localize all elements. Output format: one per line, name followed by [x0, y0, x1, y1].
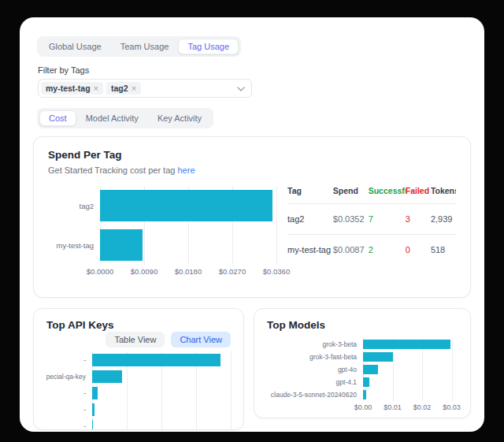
- chart-category-label: grok-3-beta: [267, 338, 363, 351]
- spend-per-tag-subtitle: Get Started Tracking cost per tag here: [48, 165, 456, 175]
- chart-bar: [100, 190, 272, 221]
- table-header-cell: Tag: [287, 186, 333, 195]
- close-icon[interactable]: ×: [132, 84, 136, 93]
- tab-key-activity[interactable]: Key Activity: [148, 110, 211, 126]
- chart-bar: [363, 365, 378, 374]
- chart-body: tag2my-test-tag: [48, 186, 276, 265]
- chart-category-labels: grok-3-betagrok-3-fast-betagpt-4ogpt-4.1…: [267, 338, 363, 401]
- chart-category-label: my-test-tag: [48, 225, 100, 265]
- chart-bar: [363, 352, 393, 362]
- tag-chip-label: my-test-tag: [46, 84, 91, 93]
- table-cell: 3: [406, 214, 431, 224]
- table-row: my-test-tag$0.008720518: [287, 234, 456, 265]
- chart-bar: [92, 387, 98, 399]
- here-link[interactable]: here: [177, 165, 195, 175]
- table-header-cell: Spend: [333, 186, 369, 195]
- spend-table: TagSpendSuccessfulFailedTokenstag2$0.035…: [287, 184, 456, 277]
- chevron-down-icon[interactable]: [237, 87, 245, 91]
- x-axis: $0.0000$0.0090$0.0180$0.0270$0.0360: [100, 266, 276, 277]
- top-models-chart: grok-3-betagrok-3-fast-betagpt-4ogpt-4.1…: [267, 338, 458, 413]
- chart-bar-row: [92, 368, 231, 384]
- gridline: [276, 186, 277, 265]
- table-row: tag2$0.0352732,939: [287, 203, 456, 234]
- usage-tabbar: Global Usage Team Usage Tag Usage: [37, 36, 241, 57]
- chart-body: grok-3-betagrok-3-fast-betagpt-4ogpt-4.1…: [267, 338, 458, 401]
- chart-plot-area: [363, 338, 458, 401]
- chart-bar-row: [100, 225, 276, 265]
- x-tick-label: $0.0000: [87, 267, 113, 276]
- x-tick-label: $0.0270: [219, 267, 246, 276]
- chart-category-label: -: [46, 351, 92, 368]
- chart-bar: [92, 370, 122, 383]
- x-tick-label: $0.00: [354, 403, 372, 411]
- table-view-button[interactable]: Table View: [106, 332, 165, 347]
- chart-category-label: -: [46, 384, 92, 401]
- page-background: Global Usage Team Usage Tag Usage Filter…: [0, 0, 504, 442]
- x-tick-label: $0.02: [413, 403, 432, 411]
- subtitle-text: Get Started Tracking cost per tag: [48, 165, 175, 175]
- chart-bar-row: [363, 376, 458, 388]
- tab-tag-usage[interactable]: Tag Usage: [178, 39, 239, 54]
- x-tick-label: $0.0360: [263, 267, 290, 276]
- tab-global-usage[interactable]: Global Usage: [39, 39, 111, 54]
- spend-per-tag-card: Spend Per Tag Get Started Tracking cost …: [33, 136, 471, 298]
- chart-body: -pecial-qa-key---: [46, 351, 231, 430]
- tag-chip-my-test-tag: my-test-tag ×: [41, 82, 103, 95]
- chart-category-label: pecial-qa-key: [46, 368, 92, 384]
- tab-team-usage[interactable]: Team Usage: [111, 39, 179, 54]
- chart-bar: [92, 403, 94, 416]
- tab-cost[interactable]: Cost: [39, 110, 76, 126]
- chart-bar-row: [363, 338, 458, 351]
- table-header-row: TagSpendSuccessfulFailedTokens: [287, 184, 456, 203]
- chart-bar-row: [363, 351, 458, 363]
- table-cell: my-test-tag: [287, 245, 333, 254]
- top-models-title: Top Models: [267, 319, 458, 331]
- bottom-cards-row: Top API Keys Table View Chart View -peci…: [33, 308, 471, 430]
- chart-plot-area: [100, 186, 276, 265]
- table-cell: 2,939: [431, 214, 456, 224]
- chart-bar: [363, 390, 366, 399]
- table-header-cell: Failed: [406, 186, 431, 195]
- spend-card-body: tag2my-test-tag$0.0000$0.0090$0.0180$0.0…: [48, 181, 456, 277]
- chart-bar-row: [92, 351, 231, 368]
- chart-category-label: tag2: [48, 186, 100, 225]
- table-header-cell: Successful: [369, 186, 406, 195]
- chart-bar-row: [92, 384, 231, 401]
- top-models-card: Top Models grok-3-betagrok-3-fast-betagp…: [254, 308, 471, 418]
- table-cell: 2: [369, 245, 406, 254]
- view-toggle-group: Table View Chart View: [46, 332, 231, 347]
- chart-category-label: gpt-4o: [267, 363, 363, 376]
- x-tick-label: $0.0090: [131, 267, 158, 276]
- tag-chip-tag2: tag2 ×: [106, 82, 141, 95]
- spend-per-tag-title: Spend Per Tag: [48, 149, 456, 161]
- tag-chip-label: tag2: [111, 84, 128, 93]
- top-api-keys-card: Top API Keys Table View Chart View -peci…: [33, 308, 244, 430]
- chart-plot-area: [92, 351, 231, 430]
- table-cell: $0.0352: [333, 214, 369, 224]
- chart-category-labels: -pecial-qa-key---: [46, 351, 92, 430]
- chart-bar-row: [92, 418, 231, 430]
- table-cell: 518: [431, 245, 456, 254]
- x-tick-label: $0.01: [384, 403, 402, 411]
- close-icon[interactable]: ×: [94, 84, 98, 93]
- activity-tabbar: Cost Model Activity Key Activity: [37, 108, 213, 128]
- chart-view-button[interactable]: Chart View: [171, 332, 231, 347]
- chart-category-label: claude-3-5-sonnet-20240620: [267, 388, 363, 401]
- gridline: [231, 351, 232, 430]
- chart-bar: [363, 340, 450, 349]
- table-header-cell: Tokens: [431, 186, 456, 195]
- x-tick-label: $0.0180: [175, 267, 202, 276]
- spend-per-tag-chart: tag2my-test-tag$0.0000$0.0090$0.0180$0.0…: [48, 186, 276, 277]
- x-axis: $0.00$0.01$0.02$0.03: [363, 403, 458, 413]
- table-cell: $0.0087: [333, 245, 369, 254]
- tag-filter-select[interactable]: my-test-tag × tag2 ×: [38, 79, 252, 98]
- table-cell: tag2: [287, 214, 333, 224]
- chart-category-label: grok-3-fast-beta: [267, 351, 363, 363]
- chart-bar-row: [92, 401, 231, 418]
- chart-bar: [100, 229, 143, 261]
- chart-category-label: gpt-4.1: [267, 376, 363, 388]
- tab-model-activity[interactable]: Model Activity: [76, 110, 148, 126]
- chart-bar-row: [363, 363, 458, 376]
- chart-bar: [92, 354, 220, 366]
- top-api-keys-chart: -pecial-qa-key---: [46, 351, 231, 430]
